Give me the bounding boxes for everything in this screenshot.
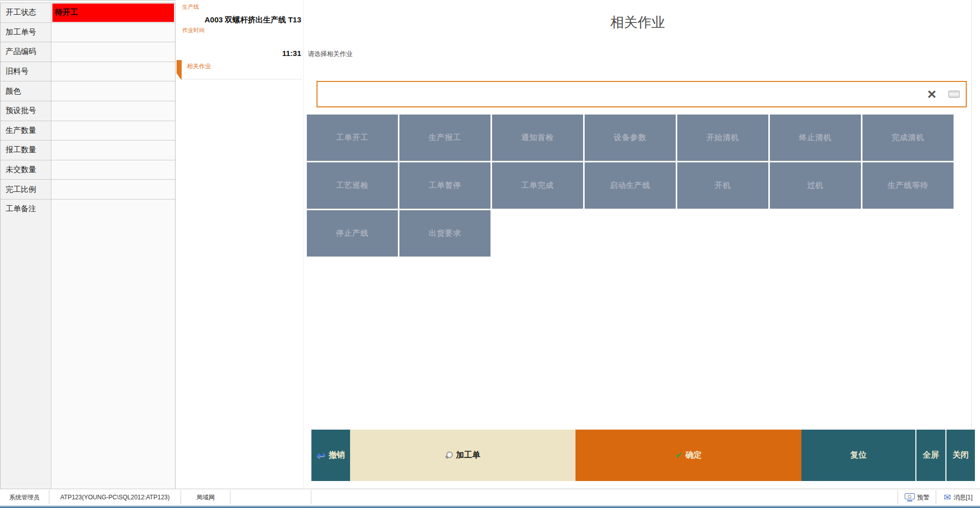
- nav-item-label: 相关作业: [187, 62, 211, 71]
- sidebar-row: 工单备注: [1, 200, 175, 489]
- production-line-panel: 生产线 A003 双螺杆挤出生产线 T13 作业时间 11:31 相关作业: [176, 0, 304, 489]
- sidebar-row: 生产数量: [1, 121, 175, 141]
- action-button[interactable]: 出货要求: [399, 210, 491, 257]
- status-connection: ATP123(YOUNG-PC\SQL2012:ATP123): [49, 489, 181, 505]
- status-user: 系统管理员: [0, 489, 49, 505]
- sidebar-row: 报工数量: [1, 140, 175, 160]
- field-value: [51, 62, 175, 81]
- action-button[interactable]: 设备参数: [585, 115, 676, 161]
- field-value: 待开工: [51, 3, 175, 22]
- magnifier-icon: [445, 451, 453, 459]
- confirm-button-label: 确定: [685, 450, 702, 461]
- bottom-action-bar: ↩ 撤销 加工单 ✔ 确定 复位 全屏 关闭: [311, 430, 975, 481]
- clear-input-icon[interactable]: ×: [927, 87, 936, 102]
- sidebar-table: 开工状态待开工加工单号产品编码旧料号颜色预设批号生产数量报工数量未交数量完工比例…: [0, 3, 176, 489]
- field-label: 预设批号: [1, 101, 51, 121]
- message-button[interactable]: ✉ 消息[1]: [936, 489, 980, 505]
- action-button[interactable]: 工艺巡检: [307, 162, 398, 209]
- action-button[interactable]: 工单开工: [307, 115, 398, 161]
- field-value: [51, 42, 175, 62]
- nav-divider: [180, 79, 302, 79]
- action-button[interactable]: 完成清机: [862, 115, 954, 161]
- confirm-button[interactable]: ✔ 确定: [575, 430, 801, 481]
- nav-item-related-jobs[interactable]: 相关作业: [176, 59, 303, 79]
- field-value: [51, 200, 175, 489]
- action-button[interactable]: 工单暂停: [399, 162, 491, 209]
- status-network: 局域网: [181, 489, 230, 505]
- status-empty-cell: [311, 489, 898, 505]
- field-label: 完工比例: [1, 180, 51, 199]
- action-button[interactable]: 通知首检: [492, 115, 583, 161]
- action-button-grid: 工单开工生产报工通知首检设备参数开始清机终止清机完成清机工艺巡检工单暂停工单完成…: [307, 115, 958, 258]
- action-button[interactable]: 停止产线: [307, 210, 398, 257]
- production-line-label: 生产线: [182, 3, 199, 11]
- sidebar-row: 加工单号: [1, 23, 175, 43]
- alert-button[interactable]: 预警: [898, 489, 936, 505]
- sidebar-row: 产品编码: [1, 42, 175, 62]
- field-label: 工单备注: [1, 200, 51, 489]
- work-order-button-label: 加工单: [456, 450, 480, 461]
- field-label: 加工单号: [1, 23, 51, 42]
- sidebar-row: 旧料号: [1, 62, 175, 82]
- related-jobs-panel: 相关作业 请选择相关作业 × 工单开工生产报工通知首检设备参数开始清机终止清机完…: [304, 0, 972, 430]
- work-time-value: 11:31: [282, 49, 301, 58]
- envelope-icon: ✉: [944, 493, 951, 502]
- field-label: 未交数量: [1, 160, 51, 180]
- field-label: 生产数量: [1, 121, 51, 140]
- sidebar-row: 颜色: [1, 81, 175, 101]
- field-value: [51, 121, 175, 140]
- field-label: 旧料号: [1, 62, 51, 81]
- work-order-info-panel: 开工状态待开工加工单号产品编码旧料号颜色预设批号生产数量报工数量未交数量完工比例…: [0, 0, 176, 489]
- active-nav-marker-icon: [177, 60, 182, 73]
- job-scan-input-box: ×: [316, 81, 967, 107]
- fullscreen-button-label: 全屏: [923, 450, 939, 461]
- field-label: 报工数量: [1, 140, 51, 160]
- action-button[interactable]: 终止清机: [770, 115, 861, 161]
- virtual-keyboard-icon[interactable]: [948, 91, 960, 98]
- field-value: [51, 81, 175, 101]
- undo-icon: ↩: [316, 450, 326, 461]
- work-time-label: 作业时间: [182, 26, 205, 34]
- status-bar: 系统管理员 ATP123(YOUNG-PC\SQL2012:ATP123) 局域…: [0, 489, 980, 508]
- field-label: 颜色: [1, 81, 51, 101]
- page-title: 相关作业: [304, 13, 971, 32]
- field-value: [51, 23, 175, 42]
- reset-button-label: 复位: [850, 450, 867, 461]
- close-button-label: 关闭: [953, 450, 969, 461]
- field-value: [51, 140, 175, 160]
- field-label: 开工状态: [1, 3, 51, 22]
- close-button[interactable]: 关闭: [946, 430, 975, 481]
- monitor-alert-icon: [905, 493, 915, 501]
- field-label: 产品编码: [1, 42, 51, 62]
- action-button[interactable]: 开机: [677, 162, 768, 209]
- fullscreen-button[interactable]: 全屏: [916, 430, 945, 481]
- field-value: [51, 160, 175, 180]
- production-line-value: A003 双螺杆挤出生产线 T13: [205, 15, 301, 25]
- app-window: 开工状态待开工加工单号产品编码旧料号颜色预设批号生产数量报工数量未交数量完工比例…: [0, 0, 980, 508]
- status-badge: 待开工: [52, 4, 174, 22]
- action-button[interactable]: 生产线等待: [862, 162, 954, 209]
- field-value: [51, 101, 175, 121]
- check-icon: ✔: [675, 451, 682, 460]
- action-button[interactable]: 开始清机: [677, 115, 768, 161]
- select-job-hint: 请选择相关作业: [308, 50, 353, 59]
- action-button[interactable]: 过机: [770, 162, 861, 209]
- job-scan-input[interactable]: [318, 82, 927, 106]
- status-empty-cell: [230, 489, 311, 505]
- sidebar-row: 未交数量: [1, 160, 175, 180]
- field-value: [51, 180, 175, 199]
- sidebar-row: 开工状态待开工: [1, 3, 175, 23]
- action-button[interactable]: 生产报工: [399, 115, 491, 161]
- work-order-button[interactable]: 加工单: [350, 430, 575, 481]
- alert-label: 预警: [917, 493, 930, 502]
- sidebar-row: 预设批号: [1, 101, 175, 121]
- reset-button[interactable]: 复位: [801, 430, 915, 481]
- undo-button[interactable]: ↩ 撤销: [311, 430, 350, 481]
- undo-button-label: 撤销: [329, 450, 345, 461]
- message-label: 消息[1]: [954, 493, 972, 502]
- sidebar-row: 完工比例: [1, 180, 175, 200]
- action-button[interactable]: 启动生产线: [585, 162, 676, 209]
- action-button[interactable]: 工单完成: [492, 162, 583, 209]
